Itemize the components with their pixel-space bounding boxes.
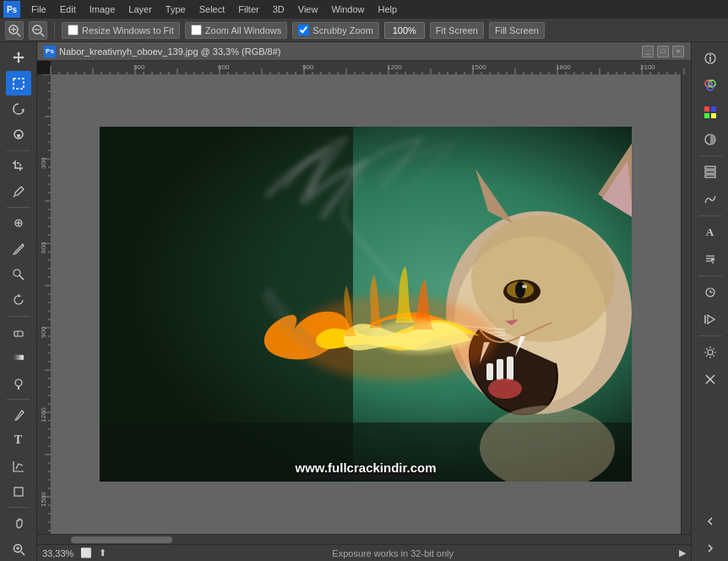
tool-move[interactable] bbox=[6, 46, 31, 69]
menu-window[interactable]: Window bbox=[325, 3, 370, 16]
svg-rect-63 bbox=[705, 166, 715, 169]
tool-gradient[interactable] bbox=[6, 346, 31, 369]
svg-rect-17 bbox=[14, 355, 24, 360]
doc-minimize-button[interactable]: _ bbox=[642, 46, 654, 57]
zoom-all-windows-option[interactable]: Zoom All Windows bbox=[185, 22, 287, 39]
tool-separator-3 bbox=[7, 316, 30, 317]
tool-history[interactable] bbox=[6, 288, 31, 312]
svg-marker-69 bbox=[708, 315, 714, 324]
fill-screen-button[interactable]: Fill Screen bbox=[489, 22, 545, 39]
tool-eraser[interactable] bbox=[6, 320, 31, 344]
menu-3d[interactable]: 3D bbox=[267, 3, 291, 16]
right-separator-4 bbox=[698, 335, 722, 336]
resize-windows-checkbox[interactable] bbox=[68, 25, 79, 35]
svg-point-71 bbox=[708, 350, 713, 355]
right-separator-1 bbox=[698, 155, 722, 156]
panel-layers-btn[interactable] bbox=[698, 160, 723, 185]
tool-quick-select[interactable] bbox=[6, 123, 31, 146]
svg-point-14 bbox=[14, 270, 20, 276]
doc-ps-badge: Ps bbox=[44, 46, 56, 57]
svg-rect-61 bbox=[705, 175, 715, 177]
panel-delete-btn[interactable] bbox=[698, 367, 723, 392]
tool-eyedropper[interactable] bbox=[6, 180, 31, 204]
status-icon-1[interactable]: ⬜ bbox=[80, 547, 92, 558]
center-area: Ps Nabor_kreativnyh_oboev_139.jpg @ 33,3… bbox=[37, 42, 691, 561]
separator-1 bbox=[54, 22, 55, 39]
tool-dodge[interactable] bbox=[6, 371, 31, 395]
menu-edit[interactable]: Edit bbox=[54, 3, 82, 16]
panel-options-btn[interactable] bbox=[698, 340, 723, 365]
menu-filter[interactable]: Filter bbox=[232, 3, 264, 16]
vertical-scrollbar[interactable] bbox=[681, 74, 691, 534]
left-toolbar: T bbox=[0, 42, 37, 561]
menu-type[interactable]: Type bbox=[160, 3, 192, 16]
hscroll-thumb[interactable] bbox=[71, 536, 172, 543]
status-info: Exposure works in 32-bit only bbox=[113, 548, 672, 558]
menu-select[interactable]: Select bbox=[193, 3, 231, 16]
tool-path-select[interactable] bbox=[6, 454, 31, 477]
menu-bar: Ps File Edit Image Layer Type Select Fil… bbox=[0, 0, 728, 19]
svg-point-35 bbox=[515, 281, 525, 298]
tool-separator-2 bbox=[7, 207, 30, 208]
panel-para-btn[interactable] bbox=[698, 247, 723, 272]
image-container: www.fullcrackindir.com bbox=[100, 127, 632, 482]
tool-hand[interactable] bbox=[6, 511, 31, 535]
resize-windows-option[interactable]: Resize Windows to Fit bbox=[62, 22, 180, 39]
right-panel-collapse-btn[interactable] bbox=[698, 509, 723, 534]
tool-crop[interactable] bbox=[6, 154, 31, 177]
status-zoom: 33,33% bbox=[42, 548, 73, 558]
panel-history-btn[interactable] bbox=[698, 280, 723, 305]
tool-pen[interactable] bbox=[6, 403, 31, 427]
zoom-out-icon[interactable] bbox=[29, 21, 47, 40]
fit-screen-button[interactable]: Fit Screen bbox=[430, 22, 484, 39]
status-icon-2[interactable]: ⬆ bbox=[99, 547, 106, 558]
svg-point-32 bbox=[471, 215, 615, 342]
status-bar: 33,33% ⬜ ⬆ Exposure works in 32-bit only… bbox=[37, 544, 691, 561]
svg-line-1 bbox=[17, 33, 20, 36]
svg-rect-15 bbox=[14, 331, 23, 336]
scrubby-zoom-option[interactable]: Scrubby Zoom bbox=[292, 22, 379, 39]
svg-rect-62 bbox=[705, 171, 715, 173]
tool-separator-4 bbox=[7, 399, 30, 400]
content-row: www.fullcrackindir.com bbox=[37, 74, 691, 534]
menu-layer[interactable]: Layer bbox=[122, 3, 158, 16]
panel-swatches-btn[interactable] bbox=[698, 100, 723, 125]
doc-restore-button[interactable]: □ bbox=[657, 46, 669, 57]
zoom-all-checkbox[interactable] bbox=[191, 25, 202, 35]
svg-line-22 bbox=[21, 552, 24, 555]
tool-shape[interactable] bbox=[6, 480, 31, 504]
panel-info-btn[interactable] bbox=[698, 46, 723, 71]
svg-rect-43 bbox=[507, 357, 513, 380]
tool-brush[interactable] bbox=[6, 237, 31, 261]
menu-view[interactable]: View bbox=[292, 3, 324, 16]
svg-rect-58 bbox=[704, 113, 709, 118]
tool-lasso[interactable] bbox=[6, 97, 31, 121]
menu-help[interactable]: Help bbox=[372, 3, 404, 16]
tool-text[interactable]: T bbox=[6, 428, 31, 452]
panel-actions-btn[interactable] bbox=[698, 307, 723, 332]
doc-close-button[interactable]: × bbox=[672, 46, 684, 57]
canvas-area[interactable]: www.fullcrackindir.com bbox=[51, 74, 681, 534]
menu-image[interactable]: Image bbox=[84, 3, 122, 16]
panel-char-btn[interactable]: A bbox=[698, 220, 723, 245]
panel-channels-btn[interactable] bbox=[698, 187, 723, 212]
tool-marquee[interactable] bbox=[6, 71, 31, 95]
zoom-percent-input[interactable] bbox=[384, 22, 425, 39]
svg-rect-49 bbox=[298, 469, 433, 479]
menu-file[interactable]: File bbox=[25, 3, 52, 16]
right-panel-expand-btn[interactable] bbox=[698, 536, 723, 561]
tool-healing[interactable] bbox=[6, 211, 31, 235]
tool-zoom[interactable] bbox=[6, 537, 31, 561]
svg-rect-20 bbox=[14, 487, 23, 496]
scrubby-zoom-checkbox[interactable] bbox=[298, 25, 309, 35]
status-arrow[interactable]: ▶ bbox=[679, 547, 686, 558]
doc-window: Ps Nabor_kreativnyh_oboev_139.jpg @ 33,3… bbox=[37, 42, 691, 561]
tool-clone[interactable] bbox=[6, 263, 31, 286]
horizontal-scrollbar[interactable] bbox=[37, 534, 691, 544]
right-panel: A bbox=[691, 42, 728, 561]
right-separator-3 bbox=[698, 275, 722, 276]
svg-point-18 bbox=[15, 379, 22, 386]
panel-adjustments-btn[interactable] bbox=[698, 127, 723, 152]
panel-color-btn[interactable] bbox=[698, 73, 723, 98]
svg-rect-7 bbox=[14, 79, 24, 89]
